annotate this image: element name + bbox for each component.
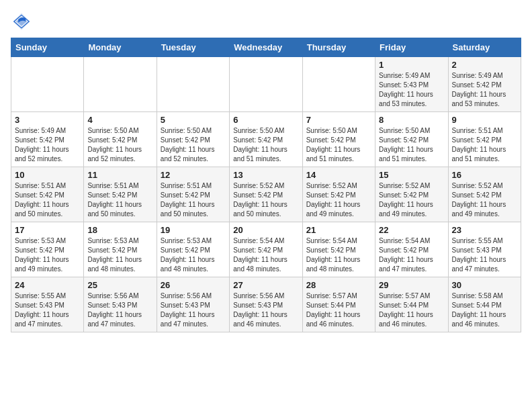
day-number: 24: [15, 280, 80, 290]
day-number: 19: [161, 225, 226, 235]
calendar-cell: [230, 57, 302, 112]
day-info: Sunrise: 5:53 AM Sunset: 5:42 PM Dayligh…: [87, 236, 152, 274]
calendar-header-row: SundayMondayTuesdayWednesdayThursdayFrid…: [11, 38, 521, 57]
calendar-cell: 4Sunrise: 5:50 AM Sunset: 5:42 PM Daylig…: [84, 112, 157, 167]
weekday-header: Sunday: [11, 38, 84, 57]
weekday-header: Saturday: [448, 38, 521, 57]
day-number: 1: [379, 60, 444, 70]
day-info: Sunrise: 5:52 AM Sunset: 5:42 PM Dayligh…: [233, 181, 298, 219]
calendar-cell: 1Sunrise: 5:49 AM Sunset: 5:43 PM Daylig…: [375, 57, 448, 112]
calendar-week-row: 1Sunrise: 5:49 AM Sunset: 5:43 PM Daylig…: [11, 57, 521, 112]
day-info: Sunrise: 5:57 AM Sunset: 5:44 PM Dayligh…: [379, 291, 444, 329]
day-info: Sunrise: 5:51 AM Sunset: 5:42 PM Dayligh…: [87, 181, 152, 219]
calendar-cell: 12Sunrise: 5:51 AM Sunset: 5:42 PM Dayli…: [157, 167, 229, 222]
day-number: 18: [87, 225, 152, 235]
calendar-cell: 20Sunrise: 5:54 AM Sunset: 5:42 PM Dayli…: [230, 222, 302, 277]
calendar-cell: [157, 57, 229, 112]
logo-icon: [11, 11, 32, 32]
calendar-cell: [302, 57, 375, 112]
calendar-cell: 7Sunrise: 5:50 AM Sunset: 5:42 PM Daylig…: [302, 112, 375, 167]
calendar-cell: 25Sunrise: 5:56 AM Sunset: 5:43 PM Dayli…: [84, 277, 157, 332]
page-header: [11, 11, 521, 32]
day-number: 7: [306, 115, 371, 125]
calendar-cell: 29Sunrise: 5:57 AM Sunset: 5:44 PM Dayli…: [375, 277, 448, 332]
calendar-cell: [11, 57, 84, 112]
day-number: 10: [15, 170, 80, 180]
day-info: Sunrise: 5:49 AM Sunset: 5:43 PM Dayligh…: [379, 71, 444, 109]
day-info: Sunrise: 5:55 AM Sunset: 5:43 PM Dayligh…: [15, 291, 80, 329]
day-info: Sunrise: 5:51 AM Sunset: 5:42 PM Dayligh…: [15, 181, 80, 219]
day-info: Sunrise: 5:50 AM Sunset: 5:42 PM Dayligh…: [379, 126, 444, 164]
day-number: 29: [379, 280, 444, 290]
day-number: 28: [306, 280, 371, 290]
calendar-cell: 9Sunrise: 5:51 AM Sunset: 5:42 PM Daylig…: [448, 112, 521, 167]
calendar-cell: 11Sunrise: 5:51 AM Sunset: 5:42 PM Dayli…: [84, 167, 157, 222]
day-number: 14: [306, 170, 371, 180]
calendar-cell: 21Sunrise: 5:54 AM Sunset: 5:42 PM Dayli…: [302, 222, 375, 277]
calendar-cell: 16Sunrise: 5:52 AM Sunset: 5:42 PM Dayli…: [448, 167, 521, 222]
day-info: Sunrise: 5:53 AM Sunset: 5:42 PM Dayligh…: [15, 236, 80, 274]
calendar-cell: [84, 57, 157, 112]
day-number: 25: [87, 280, 152, 290]
day-info: Sunrise: 5:49 AM Sunset: 5:42 PM Dayligh…: [452, 71, 517, 109]
day-number: 6: [233, 115, 298, 125]
day-number: 20: [233, 225, 298, 235]
day-info: Sunrise: 5:53 AM Sunset: 5:42 PM Dayligh…: [161, 236, 226, 274]
weekday-header: Friday: [375, 38, 448, 57]
day-number: 9: [452, 115, 517, 125]
calendar-cell: 8Sunrise: 5:50 AM Sunset: 5:42 PM Daylig…: [375, 112, 448, 167]
calendar-cell: 10Sunrise: 5:51 AM Sunset: 5:42 PM Dayli…: [11, 167, 84, 222]
day-number: 8: [379, 115, 444, 125]
day-info: Sunrise: 5:54 AM Sunset: 5:42 PM Dayligh…: [379, 236, 444, 274]
day-number: 4: [87, 115, 152, 125]
weekday-header: Tuesday: [157, 38, 229, 57]
calendar-week-row: 10Sunrise: 5:51 AM Sunset: 5:42 PM Dayli…: [11, 167, 521, 222]
calendar-cell: 17Sunrise: 5:53 AM Sunset: 5:42 PM Dayli…: [11, 222, 84, 277]
calendar-cell: 23Sunrise: 5:55 AM Sunset: 5:43 PM Dayli…: [448, 222, 521, 277]
day-info: Sunrise: 5:56 AM Sunset: 5:43 PM Dayligh…: [233, 291, 298, 329]
calendar-cell: 3Sunrise: 5:49 AM Sunset: 5:42 PM Daylig…: [11, 112, 84, 167]
day-info: Sunrise: 5:58 AM Sunset: 5:44 PM Dayligh…: [452, 291, 517, 329]
day-number: 27: [233, 280, 298, 290]
day-info: Sunrise: 5:49 AM Sunset: 5:42 PM Dayligh…: [15, 126, 80, 164]
day-info: Sunrise: 5:52 AM Sunset: 5:42 PM Dayligh…: [379, 181, 444, 219]
day-number: 13: [233, 170, 298, 180]
calendar-cell: 18Sunrise: 5:53 AM Sunset: 5:42 PM Dayli…: [84, 222, 157, 277]
day-number: 23: [452, 225, 517, 235]
calendar-cell: 2Sunrise: 5:49 AM Sunset: 5:42 PM Daylig…: [448, 57, 521, 112]
day-number: 16: [452, 170, 517, 180]
day-info: Sunrise: 5:56 AM Sunset: 5:43 PM Dayligh…: [161, 291, 226, 329]
day-info: Sunrise: 5:50 AM Sunset: 5:42 PM Dayligh…: [233, 126, 298, 164]
calendar-cell: 19Sunrise: 5:53 AM Sunset: 5:42 PM Dayli…: [157, 222, 229, 277]
day-number: 21: [306, 225, 371, 235]
logo: [11, 11, 35, 32]
day-info: Sunrise: 5:50 AM Sunset: 5:42 PM Dayligh…: [87, 126, 152, 164]
weekday-header: Monday: [84, 38, 157, 57]
calendar-table: SundayMondayTuesdayWednesdayThursdayFrid…: [11, 38, 521, 332]
calendar-cell: 30Sunrise: 5:58 AM Sunset: 5:44 PM Dayli…: [448, 277, 521, 332]
day-number: 17: [15, 225, 80, 235]
calendar-week-row: 17Sunrise: 5:53 AM Sunset: 5:42 PM Dayli…: [11, 222, 521, 277]
calendar-week-row: 3Sunrise: 5:49 AM Sunset: 5:42 PM Daylig…: [11, 112, 521, 167]
day-info: Sunrise: 5:52 AM Sunset: 5:42 PM Dayligh…: [452, 181, 517, 219]
day-info: Sunrise: 5:50 AM Sunset: 5:42 PM Dayligh…: [161, 126, 226, 164]
day-number: 22: [379, 225, 444, 235]
day-number: 26: [161, 280, 226, 290]
day-number: 5: [161, 115, 226, 125]
day-number: 15: [379, 170, 444, 180]
calendar-cell: 13Sunrise: 5:52 AM Sunset: 5:42 PM Dayli…: [230, 167, 302, 222]
day-number: 30: [452, 280, 517, 290]
weekday-header: Wednesday: [230, 38, 302, 57]
day-info: Sunrise: 5:57 AM Sunset: 5:44 PM Dayligh…: [306, 291, 371, 329]
day-info: Sunrise: 5:51 AM Sunset: 5:42 PM Dayligh…: [452, 126, 517, 164]
weekday-header: Thursday: [302, 38, 375, 57]
day-info: Sunrise: 5:55 AM Sunset: 5:43 PM Dayligh…: [452, 236, 517, 274]
calendar-cell: 26Sunrise: 5:56 AM Sunset: 5:43 PM Dayli…: [157, 277, 229, 332]
day-number: 2: [452, 60, 517, 70]
day-number: 12: [161, 170, 226, 180]
calendar-cell: 14Sunrise: 5:52 AM Sunset: 5:42 PM Dayli…: [302, 167, 375, 222]
calendar-cell: 5Sunrise: 5:50 AM Sunset: 5:42 PM Daylig…: [157, 112, 229, 167]
day-info: Sunrise: 5:54 AM Sunset: 5:42 PM Dayligh…: [233, 236, 298, 274]
calendar-cell: 27Sunrise: 5:56 AM Sunset: 5:43 PM Dayli…: [230, 277, 302, 332]
day-info: Sunrise: 5:52 AM Sunset: 5:42 PM Dayligh…: [306, 181, 371, 219]
